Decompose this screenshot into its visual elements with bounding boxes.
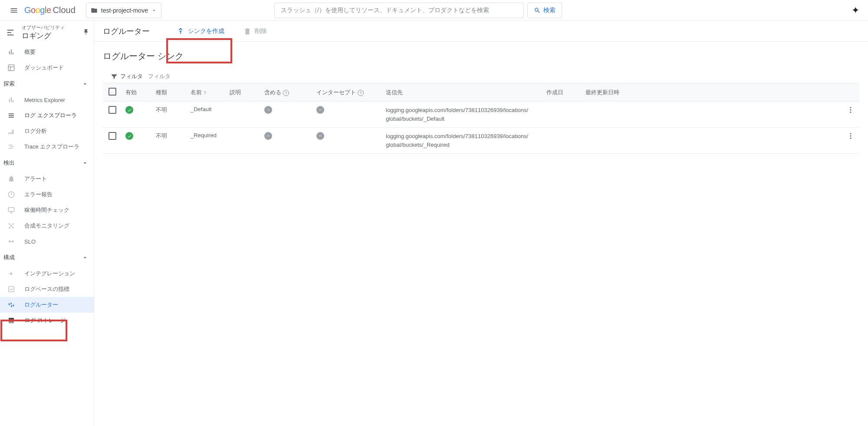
sidebar-group-detect[interactable]: 検出	[0, 155, 94, 171]
sidebar-item-label: 稼働時間チェック	[24, 206, 69, 214]
bell-icon	[7, 175, 16, 183]
svg-point-15	[850, 138, 852, 139]
svg-point-11	[850, 109, 852, 111]
sidebar-group-configure[interactable]: 構成	[0, 249, 94, 266]
sidebar-item-log-analytics[interactable]: ログ分析	[0, 123, 94, 139]
sinks-table: 有効 種類 名前↑ 説明 含める? インターセプト? 送信先 作成日 最終更新日…	[103, 83, 859, 154]
svg-rect-0	[8, 65, 14, 71]
monitor-icon	[7, 206, 16, 215]
dashboard-icon	[7, 63, 16, 72]
col-type[interactable]: 種類	[152, 83, 187, 102]
dash-circle-icon	[264, 106, 272, 114]
project-name: test-project-move	[101, 7, 148, 14]
create-sink-button[interactable]: シンクを作成	[172, 25, 229, 38]
search-placeholder: スラッシュ（/）を使用してリソース、ドキュメント、プロダクトなどを検索	[281, 7, 489, 14]
sidebar-item-label: ログ ストレージ	[24, 317, 66, 324]
sidebar-item-logs-explorer[interactable]: ログ エクスプローラ	[0, 108, 94, 123]
search-button[interactable]: 検索	[527, 3, 562, 18]
sidebar-item-synthetic[interactable]: 合成モニタリング	[0, 218, 94, 234]
dash-circle-icon	[316, 106, 324, 114]
dash-circle-icon	[264, 132, 272, 140]
metrics-icon	[7, 285, 16, 294]
sidebar-item-log-router[interactable]: ログルーター	[0, 297, 94, 313]
svg-point-8	[12, 241, 14, 243]
pin-button[interactable]	[82, 29, 89, 37]
select-all-checkbox[interactable]	[108, 88, 116, 96]
col-name[interactable]: 名前↑	[187, 83, 226, 102]
page-title: ログルーター	[103, 26, 150, 36]
cell-destination: logging.googleapis.com/folders/738110326…	[382, 128, 543, 154]
row-checkbox[interactable]	[108, 132, 116, 140]
synthetic-icon	[7, 221, 16, 230]
row-checkbox[interactable]	[108, 106, 116, 114]
sidebar-item-trace-explorer[interactable]: Trace エクスプローラ	[0, 139, 94, 155]
svg-rect-2	[8, 208, 14, 211]
router-icon	[7, 301, 16, 309]
toolbar: ログルーター シンクを作成 削除	[94, 21, 868, 42]
col-created[interactable]: 作成日	[543, 83, 582, 102]
top-header: Google Cloud test-project-move スラッシュ（/）を…	[0, 0, 868, 21]
filter-placeholder: フィルタ	[148, 73, 171, 80]
col-destination[interactable]: 送信先	[382, 83, 543, 102]
slo-icon	[7, 237, 16, 246]
search-input[interactable]: スラッシュ（/）を使用してリソース、ドキュメント、プロダクトなどを検索	[274, 3, 524, 18]
cell-name: _Default	[187, 102, 226, 128]
sidebar-item-label: ダッシュボード	[24, 64, 64, 72]
sidebar-item-label: 概要	[24, 48, 36, 56]
sidebar-item-label: ログベースの指標	[24, 285, 69, 293]
sidebar-header: オブザーバビリティ ロギング	[0, 21, 94, 44]
row-more-button[interactable]	[842, 128, 859, 154]
sidebar-item-integrations[interactable]: インテグレーション	[0, 266, 94, 281]
project-selector[interactable]: test-project-move	[86, 3, 161, 18]
hamburger-menu-button[interactable]	[3, 0, 24, 21]
sidebar-item-dashboard[interactable]: ダッシュボード	[0, 60, 94, 76]
sidebar-item-label: SLO	[24, 238, 36, 245]
table-row: 不明 _Default logging.googleapis.com/folde…	[103, 102, 859, 128]
create-sink-label: シンクを作成	[188, 27, 224, 35]
sidebar-item-label: 合成モニタリング	[24, 222, 69, 230]
google-cloud-logo[interactable]: Google Cloud	[24, 5, 76, 15]
error-icon	[7, 190, 16, 199]
analytics-icon	[7, 127, 16, 135]
col-description[interactable]: 説明	[226, 83, 261, 102]
main-content: ログルーター シンクを作成 削除 ログルーター シンク フィルタ フィルタ	[94, 21, 868, 426]
sidebar-title: ロギング	[22, 31, 65, 41]
sidebar-item-label: Metrics Explorer	[24, 97, 65, 103]
sidebar-item-alerts[interactable]: アラート	[0, 171, 94, 187]
sidebar-item-slo[interactable]: SLO	[0, 234, 94, 249]
storage-icon	[7, 316, 16, 325]
col-include[interactable]: 含める?	[261, 83, 313, 102]
sidebar-item-overview[interactable]: 概要	[0, 44, 94, 60]
svg-point-14	[850, 135, 852, 137]
filter-bar[interactable]: フィルタ フィルタ	[103, 70, 859, 83]
bars-icon	[7, 96, 16, 104]
sidebar-item-log-storage[interactable]: ログ ストレージ	[0, 313, 94, 328]
help-icon[interactable]: ?	[358, 90, 364, 96]
sidebar-item-uptime[interactable]: 稼働時間チェック	[0, 202, 94, 218]
col-intercept[interactable]: インターセプト?	[313, 83, 382, 102]
col-updated[interactable]: 最終更新日時	[582, 83, 842, 102]
google-logo-text: Google	[24, 5, 51, 15]
cell-destination: logging.googleapis.com/folders/738110326…	[382, 102, 543, 128]
sidebar-group-explore[interactable]: 探索	[0, 76, 94, 92]
sidebar-item-metrics-explorer[interactable]: Metrics Explorer	[0, 92, 94, 108]
gemini-icon[interactable]: ✦	[852, 5, 859, 16]
svg-rect-9	[9, 287, 14, 292]
sidebar-item-log-metrics[interactable]: ログベースの指標	[0, 281, 94, 297]
sidebar-item-label: インテグレーション	[24, 270, 75, 277]
logging-icon	[5, 27, 16, 38]
row-more-button[interactable]	[842, 102, 859, 128]
sidebar-item-label: ログ分析	[24, 127, 47, 135]
svg-point-10	[850, 107, 852, 108]
delete-button: 削除	[239, 25, 271, 38]
section-title: ログルーター シンク	[103, 50, 859, 62]
filter-icon-label: フィルタ	[111, 73, 143, 80]
col-enabled[interactable]: 有効	[122, 83, 152, 102]
help-icon[interactable]: ?	[283, 90, 289, 96]
check-circle-icon	[125, 132, 133, 140]
trace-icon	[7, 142, 16, 151]
cloud-text: Cloud	[53, 5, 76, 15]
cell-name: _Required	[187, 128, 226, 154]
sidebar-item-error-reporting[interactable]: エラー報告	[0, 187, 94, 202]
sort-arrow-icon: ↑	[204, 89, 207, 96]
